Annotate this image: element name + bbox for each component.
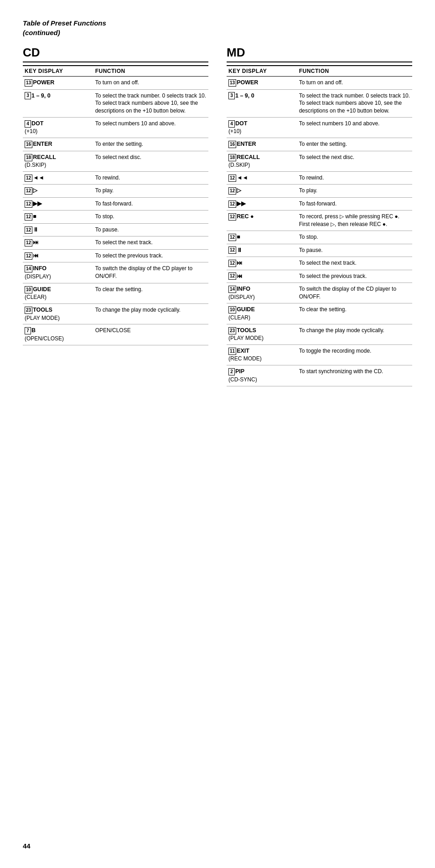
key-number: 12 <box>25 226 32 234</box>
key-display-cell: 13POWER <box>23 77 93 90</box>
md-section: MD KEY DISPLAY FUNCTION 13POWERTo turn o… <box>227 46 412 386</box>
key-label: ▷ <box>33 187 37 194</box>
table-row: 18RECALL(D.SKIP)To select next disc. <box>23 151 208 171</box>
key-display-cell: 13POWER <box>227 77 297 90</box>
key-number: 23 <box>228 327 236 334</box>
key-label: ◄◄ <box>237 175 248 181</box>
key-number: 12 <box>25 187 32 195</box>
key-number: 12 <box>25 252 32 260</box>
function-cell: To select the next disc. <box>297 151 412 171</box>
function-cell: To select numbers 10 and above. <box>297 117 412 138</box>
md-title: MD <box>227 46 412 62</box>
key-display-cell: 12⏮ <box>227 270 297 283</box>
key-number: 18 <box>228 154 236 161</box>
key-label: ■ <box>33 213 36 220</box>
key-label: ◄◄ <box>33 175 44 181</box>
table-row: 10GUIDE(CLEAR)To clear the setting. <box>23 283 208 303</box>
function-cell: To fast-forward. <box>297 197 412 211</box>
function-cell: To turn on and off. <box>93 77 208 90</box>
table-row: 16ENTERTo enter the setting. <box>227 138 412 151</box>
function-cell: To stop. <box>93 211 208 224</box>
key-display-cell: 16ENTER <box>227 138 297 151</box>
function-cell: To turn on and off. <box>297 77 412 90</box>
key-label: 1 – 9, 0 <box>235 92 254 99</box>
key-display-cell: 10GUIDE(CLEAR) <box>23 283 93 303</box>
key-label: POWER <box>33 79 54 86</box>
function-cell: To play. <box>297 185 412 198</box>
table-row: 31 – 9, 0To select the track number. 0 s… <box>227 89 412 117</box>
table-row: 12⏸To pause. <box>227 244 412 257</box>
function-cell: To enter the setting. <box>297 138 412 151</box>
key-label: ■ <box>237 234 240 240</box>
function-cell: To toggle the recording mode. <box>297 344 412 365</box>
key-number: 12 <box>25 213 32 221</box>
key-number: 12 <box>228 175 236 182</box>
key-display-cell: 31 – 9, 0 <box>227 89 297 117</box>
key-display-cell: 14INFO(DISPLAY) <box>23 262 93 283</box>
key-number: 12 <box>25 200 32 208</box>
key-label: RECALL <box>33 154 56 160</box>
md-table: KEY DISPLAY FUNCTION 13POWERTo turn on a… <box>227 65 412 386</box>
key-display-cell: 12▶▶ <box>227 197 297 211</box>
function-cell: To play. <box>93 185 208 198</box>
key-number: 14 <box>25 265 32 272</box>
page-header: Table of Preset Functions (continued) <box>23 18 412 37</box>
key-sub-label: (+10) <box>228 128 241 134</box>
cd-table: KEY DISPLAY FUNCTION 13POWERTo turn on a… <box>23 65 208 345</box>
function-cell: To select the next track. <box>93 236 208 250</box>
key-sub-label: (CLEAR) <box>25 294 47 300</box>
key-number: 13 <box>228 79 236 87</box>
function-cell: To fast-forward. <box>93 197 208 211</box>
key-display-cell: 12▶▶ <box>23 197 93 211</box>
key-number: 23 <box>25 307 32 314</box>
cd-section: CD KEY DISPLAY FUNCTION 13POWERTo turn o… <box>23 46 208 386</box>
key-display-cell: 2PIP(CD-SYNC) <box>227 365 297 386</box>
function-cell: To select the track number. 0 selects tr… <box>297 89 412 117</box>
key-number: 18 <box>25 154 32 161</box>
function-cell: To stop. <box>297 231 412 244</box>
table-row: 14INFO(DISPLAY)To switch the display of … <box>227 283 412 303</box>
table-row: 4DOT(+10)To select numbers 10 and above. <box>23 117 208 138</box>
function-cell: To switch the display of the CD player t… <box>93 262 208 283</box>
table-row: 16ENTERTo enter the setting. <box>23 138 208 151</box>
function-cell: To rewind. <box>297 171 412 185</box>
table-row: 12⏸To pause. <box>23 223 208 236</box>
key-sub-label: (REC MODE) <box>228 355 262 362</box>
key-display-cell: 12■ <box>23 211 93 224</box>
function-cell: To select next disc. <box>93 151 208 171</box>
table-row: 13POWERTo turn on and off. <box>227 77 412 90</box>
table-row: 14INFO(DISPLAY)To switch the display of … <box>23 262 208 283</box>
key-number: 12 <box>228 200 236 208</box>
key-label: INFO <box>33 265 47 272</box>
key-sub-label: (PLAY MODE) <box>228 335 264 341</box>
key-number: 16 <box>25 141 32 148</box>
key-display-cell: 16ENTER <box>23 138 93 151</box>
key-label: B <box>31 327 36 334</box>
function-cell: To select the next track. <box>297 257 412 270</box>
key-number: 4 <box>25 120 31 128</box>
table-row: 12⏮To select the previous track. <box>23 249 208 262</box>
key-display-cell: 12⏭ <box>227 257 297 270</box>
key-number: 14 <box>228 286 236 293</box>
key-label: GUIDE <box>237 306 255 313</box>
key-display-cell: 12▷ <box>23 185 93 198</box>
function-cell: To switch the display of the CD player t… <box>297 283 412 303</box>
table-row: 23TOOLS(PLAY MODE)To change the play mod… <box>227 324 412 344</box>
key-label: ▶▶ <box>237 200 246 207</box>
key-label: ⏸ <box>33 226 39 233</box>
table-row: 31 – 9, 0To select the track number. 0 s… <box>23 89 208 117</box>
key-number: 3 <box>25 92 31 99</box>
key-label: EXIT <box>237 348 249 354</box>
key-label: 1 – 9, 0 <box>31 92 51 99</box>
table-row: 12▷To play. <box>227 185 412 198</box>
table-row: 12◄◄To rewind. <box>227 171 412 185</box>
key-number: 12 <box>25 175 32 182</box>
function-cell: To pause. <box>93 223 208 236</box>
key-label: INFO <box>237 286 250 292</box>
table-row: 12⏭To select the next track. <box>227 257 412 270</box>
key-display-cell: 4DOT(+10) <box>227 117 297 138</box>
key-label: TOOLS <box>33 307 52 313</box>
page-number: 44 <box>23 842 31 850</box>
key-display-cell: 4DOT(+10) <box>23 117 93 138</box>
key-number: 10 <box>25 286 32 293</box>
